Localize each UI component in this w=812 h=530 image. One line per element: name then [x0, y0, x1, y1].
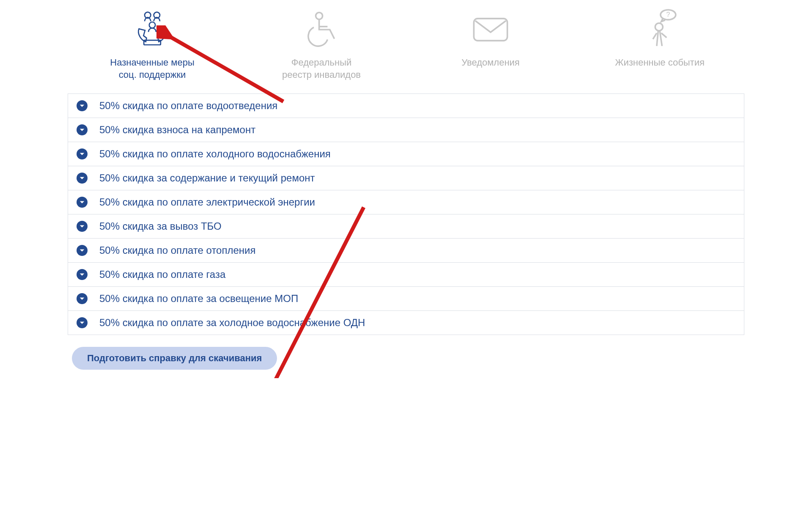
list-item[interactable]: 50% скидка по оплате газа	[68, 263, 744, 287]
list-item[interactable]: 50% скидка по оплате водоотведения	[68, 94, 744, 118]
svg-point-6	[655, 23, 663, 31]
svg-point-4	[316, 13, 323, 19]
chevron-down-icon	[77, 293, 88, 304]
list-item-label: 50% скидка по оплате за освещение МОП	[99, 293, 298, 305]
chevron-down-icon	[77, 100, 88, 111]
list-item-label: 50% скидка за содержание и текущий ремон…	[99, 172, 315, 184]
svg-point-2	[149, 22, 155, 28]
tab-label: Федеральный реестр инвалидов	[282, 57, 361, 81]
list-item[interactable]: 50% скидка по оплате за освещение МОП	[68, 287, 744, 311]
list-item-label: 50% скидка за вывоз ТБО	[99, 220, 222, 232]
tab-life-events[interactable]: ? Жизненные события	[584, 8, 736, 69]
list-item-label: 50% скидка по оплате газа	[99, 269, 225, 280]
benefits-list: 50% скидка по оплате водоотведения 50% с…	[68, 93, 744, 335]
list-item[interactable]: 50% скидка взноса на капремонт	[68, 118, 744, 142]
envelope-icon	[472, 8, 510, 51]
svg-rect-5	[474, 19, 507, 41]
svg-text:?: ?	[666, 11, 670, 18]
list-item[interactable]: 50% скидка за содержание и текущий ремон…	[68, 166, 744, 190]
chevron-down-icon	[77, 124, 88, 135]
tab-notifications[interactable]: Уведомления	[414, 8, 567, 69]
chevron-down-icon	[77, 197, 88, 208]
chevron-down-icon	[77, 317, 88, 328]
list-item-label: 50% скидка по оплате отопления	[99, 244, 255, 256]
list-item[interactable]: 50% скидка по оплате холодного водоснабж…	[68, 142, 744, 166]
prepare-certificate-button[interactable]: Подготовить справку для скачивания	[72, 347, 277, 370]
tab-label: Уведомления	[461, 57, 520, 69]
list-item[interactable]: 50% скидка по оплате электрической энерг…	[68, 190, 744, 214]
chevron-down-icon	[77, 148, 88, 159]
list-item-label: 50% скидка взноса на капремонт	[99, 124, 255, 136]
chevron-down-icon	[77, 269, 88, 280]
family-support-icon	[133, 8, 171, 51]
list-item[interactable]: 50% скидка по оплате за холодное водосна…	[68, 311, 744, 335]
list-item-label: 50% скидка по оплате электрической энерг…	[99, 196, 315, 208]
tab-social-support[interactable]: Назначенные меры соц. поддержки	[76, 8, 228, 81]
tab-label: Назначенные меры соц. поддержки	[110, 57, 194, 81]
wheelchair-icon	[302, 8, 340, 51]
list-item-label: 50% скидка по оплате водоотведения	[99, 100, 277, 112]
question-person-icon: ?	[641, 8, 679, 51]
tab-label: Жизненные события	[615, 57, 705, 69]
chevron-down-icon	[77, 245, 88, 256]
list-item-label: 50% скидка по оплате за холодное водосна…	[99, 317, 365, 329]
list-item[interactable]: 50% скидка по оплате отопления	[68, 239, 744, 263]
list-item[interactable]: 50% скидка за вывоз ТБО	[68, 214, 744, 239]
tab-disabled-registry[interactable]: Федеральный реестр инвалидов	[245, 8, 398, 81]
chevron-down-icon	[77, 221, 88, 232]
list-item-label: 50% скидка по оплате холодного водоснабж…	[99, 148, 331, 160]
chevron-down-icon	[77, 173, 88, 184]
tabs-bar: Назначенные меры соц. поддержки Федераль…	[68, 8, 744, 93]
